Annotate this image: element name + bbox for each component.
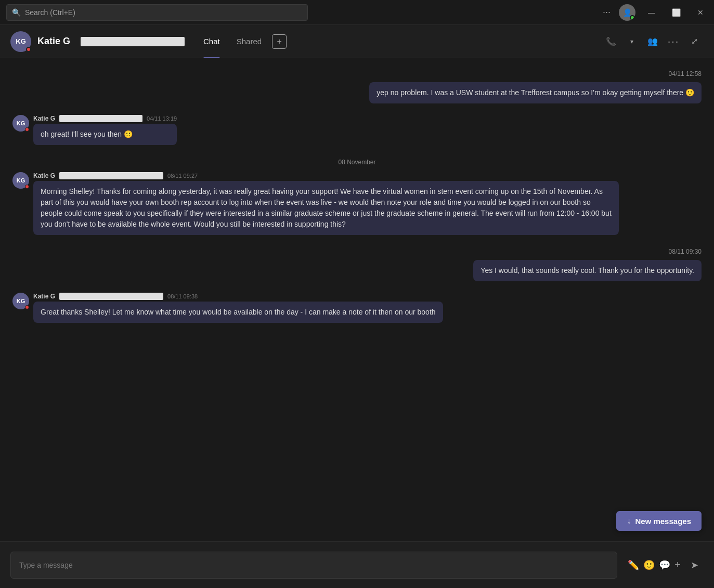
message-row: KG Katie G 08/11 09:27 Morning Shelley! … [12,172,702,235]
message-text: oh great! I'll see you then 🙂 [33,124,177,145]
timestamp-outgoing-1: 04/11 12:58 [12,69,702,78]
message-input-area: Type a message ✏️ 🙂 💬 + ➤ [0,541,714,588]
chat-messages-area: 04/11 12:58 yep no problem. I was a USW … [0,58,714,541]
new-messages-label: New messages [635,517,691,526]
sender-avatar: KG [12,115,29,132]
message-meta: Katie G 08/11 09:27 [33,172,619,179]
send-icon: ➤ [691,559,698,571]
title-bar: 🔍 Search (Ctrl+E) ··· 👤 — ⬜ ✕ [0,0,714,25]
popout-button[interactable]: ⤢ [685,32,704,51]
header-tabs: Chat Shared + [195,25,287,58]
message-content: Katie G 08/11 09:38 Great thanks Shelley… [33,293,443,323]
sender-avatar: KG [12,293,29,309]
participants-button[interactable]: 👥 [643,32,662,51]
more-options-icon[interactable]: ··· [603,7,611,18]
search-placeholder: Search (Ctrl+E) [25,8,75,17]
message-group-incoming-1: KG Katie G 04/11 13:19 oh great! I'll se… [12,115,702,148]
new-messages-button[interactable]: ↓ New messages [616,511,702,531]
format-icon[interactable]: ✏️ [628,559,639,571]
message-row: yep no problem. I was a USW student at t… [12,82,702,103]
header-actions: 📞 ▾ 👥 ··· ⤢ [602,32,704,51]
message-text: yep no problem. I was a USW student at t… [369,82,702,103]
minimize-button[interactable]: — [644,6,659,19]
message-row: KG Katie G 04/11 13:19 oh great! I'll se… [12,115,702,145]
message-content: Katie G 08/11 09:27 Morning Shelley! Tha… [33,172,619,235]
message-group-incoming-2: KG Katie G 08/11 09:27 Morning Shelley! … [12,172,702,238]
user-profile-avatar[interactable]: 👤 [619,4,635,21]
tab-chat[interactable]: Chat [195,25,228,58]
message-bubble-outgoing-2: Yes I would, that sounds really cool. Th… [473,260,702,281]
title-bar-controls: ··· 👤 — ⬜ ✕ [603,4,708,21]
more-actions-button[interactable]: ··· [664,32,683,51]
contact-name: Katie G [37,36,70,47]
contact-status-dot [26,47,31,52]
search-box[interactable]: 🔍 Search (Ctrl+E) [6,4,308,21]
chat-header: KG Katie G Chat Shared + 📞 ▾ 👥 ··· ⤢ [0,25,714,58]
search-icon: 🔍 [12,8,21,17]
contact-avatar: KG [10,31,31,52]
message-content: Katie G 04/11 13:19 oh great! I'll see y… [33,115,177,145]
message-text: Morning Shelley! Thanks for coming along… [33,181,619,235]
message-meta: Katie G 08/11 09:38 [33,293,443,300]
sender-status-dot [25,127,29,132]
loop-icon[interactable]: 💬 [659,559,670,571]
call-dropdown-button[interactable]: ▾ [622,32,641,51]
message-text: Yes I would, that sounds really cool. Th… [473,260,702,281]
message-row: Yes I would, that sounds really cool. Th… [12,260,702,281]
emoji-icon[interactable]: 🙂 [643,559,655,571]
send-button[interactable]: ➤ [685,556,704,574]
sender-status-dot [25,305,29,309]
message-bubble-outgoing-1: yep no problem. I was a USW student at t… [369,82,702,103]
message-group-incoming-3: KG Katie G 08/11 09:38 Great thanks Shel… [12,293,702,326]
online-status-dot [630,15,635,20]
message-input-box[interactable]: Type a message [10,552,617,579]
add-tab-button[interactable]: + [272,34,287,49]
message-row: KG Katie G 08/11 09:38 Great thanks Shel… [12,293,702,323]
add-more-icon[interactable]: + [674,559,681,571]
message-text: Great thanks Shelley! Let me know what t… [33,302,443,323]
maximize-button[interactable]: ⬜ [668,6,685,19]
close-button[interactable]: ✕ [693,6,708,19]
date-divider: 08 November [12,159,702,166]
input-actions: ✏️ 🙂 💬 + ➤ [628,556,704,574]
timestamp-outgoing-2: 08/11 09:30 [12,246,702,256]
tab-shared[interactable]: Shared [228,25,270,58]
message-meta: Katie G 04/11 13:19 [33,115,177,122]
new-messages-arrow-icon: ↓ [627,516,631,526]
contact-name-redacted [81,37,185,46]
sender-status-dot [25,185,29,189]
sender-avatar: KG [12,172,29,189]
message-input-placeholder: Type a message [19,561,73,569]
call-button[interactable]: 📞 [602,32,620,51]
